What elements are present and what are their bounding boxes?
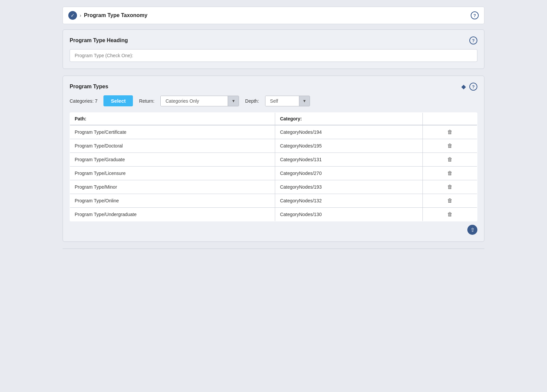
depth-dropdown-value: Self <box>265 96 299 106</box>
cell-path: Program Type/Certificate <box>70 125 275 139</box>
table-header-row: Path: Category: <box>70 113 477 125</box>
return-label: Return: <box>139 98 154 104</box>
cell-action: 🗑 <box>422 125 477 139</box>
scroll-up-button[interactable]: ⇧ <box>467 225 477 235</box>
cell-action: 🗑 <box>422 153 477 167</box>
types-panel-header: Program Types ◆ ? <box>70 83 477 91</box>
categories-count: Categories: 7 <box>70 98 97 104</box>
cell-category: CategoryNodes/270 <box>275 167 422 180</box>
page-title: Program Type Taxonomy <box>84 12 148 18</box>
cell-path: Program Type/Doctoral <box>70 139 275 153</box>
depth-label: Depth: <box>245 98 259 104</box>
table-row: Program Type/OnlineCategoryNodes/132🗑 <box>70 194 477 208</box>
col-header-actions <box>422 113 477 125</box>
cell-category: CategoryNodes/132 <box>275 194 422 208</box>
cell-category: CategoryNodes/193 <box>275 180 422 194</box>
cell-path: Program Type/Undergraduate <box>70 208 275 221</box>
depth-dropdown[interactable]: Self ▼ <box>265 96 310 106</box>
heading-panel-header: Program Type Heading ? <box>70 36 477 44</box>
top-bar: ✓ › Program Type Taxonomy ? <box>63 7 484 24</box>
cell-path: Program Type/Graduate <box>70 153 275 167</box>
depth-dropdown-arrow[interactable]: ▼ <box>299 96 310 106</box>
col-header-path: Path: <box>70 113 275 125</box>
cell-category: CategoryNodes/194 <box>275 125 422 139</box>
table-row: Program Type/MinorCategoryNodes/193🗑 <box>70 180 477 194</box>
delete-button[interactable]: 🗑 <box>445 183 455 191</box>
categories-table: Path: Category: Program Type/Certificate… <box>70 112 477 221</box>
types-panel: Program Types ◆ ? Categories: 7 Select R… <box>63 76 484 242</box>
delete-button[interactable]: 🗑 <box>445 211 455 218</box>
table-row: Program Type/UndergraduateCategoryNodes/… <box>70 208 477 221</box>
cell-category: CategoryNodes/131 <box>275 153 422 167</box>
heading-panel: Program Type Heading ? <box>63 29 484 69</box>
pin-icon[interactable]: ◆ <box>461 83 466 90</box>
collapse-icon[interactable]: ✓ <box>68 11 77 20</box>
delete-button[interactable]: 🗑 <box>445 156 455 163</box>
table-row: Program Type/GraduateCategoryNodes/131🗑 <box>70 153 477 167</box>
table-row: Program Type/DoctoralCategoryNodes/195🗑 <box>70 139 477 153</box>
cell-path: Program Type/Online <box>70 194 275 208</box>
delete-button[interactable]: 🗑 <box>445 197 455 204</box>
cell-action: 🗑 <box>422 167 477 180</box>
cell-category: CategoryNodes/130 <box>275 208 422 221</box>
cell-path: Program Type/Licensure <box>70 167 275 180</box>
panel-footer: ⇧ <box>70 225 477 235</box>
breadcrumb-area: ✓ › Program Type Taxonomy <box>68 11 147 20</box>
table-row: Program Type/CertificateCategoryNodes/19… <box>70 125 477 139</box>
controls-row: Categories: 7 Select Return: Categories … <box>70 95 477 106</box>
cell-action: 🗑 <box>422 194 477 208</box>
heading-panel-title: Program Type Heading <box>70 37 128 43</box>
delete-button[interactable]: 🗑 <box>445 142 455 150</box>
breadcrumb-separator: › <box>80 13 81 18</box>
return-dropdown[interactable]: Categories Only ▼ <box>160 96 239 106</box>
bottom-divider <box>63 249 484 249</box>
cell-path: Program Type/Minor <box>70 180 275 194</box>
types-panel-icons: ◆ ? <box>461 83 477 91</box>
top-help-icon[interactable]: ? <box>471 11 479 19</box>
cell-action: 🗑 <box>422 180 477 194</box>
table-row: Program Type/LicensureCategoryNodes/270🗑 <box>70 167 477 180</box>
return-dropdown-value: Categories Only <box>161 96 228 106</box>
delete-button[interactable]: 🗑 <box>445 170 455 177</box>
heading-help-icon[interactable]: ? <box>469 36 477 44</box>
select-button[interactable]: Select <box>103 95 133 106</box>
page-wrapper: ✓ › Program Type Taxonomy ? Program Type… <box>63 7 484 249</box>
return-dropdown-arrow[interactable]: ▼ <box>228 96 239 106</box>
cell-action: 🗑 <box>422 139 477 153</box>
cell-action: 🗑 <box>422 208 477 221</box>
cell-category: CategoryNodes/195 <box>275 139 422 153</box>
types-help-icon[interactable]: ? <box>469 83 477 91</box>
types-panel-title: Program Types <box>70 84 108 90</box>
col-header-category: Category: <box>275 113 422 125</box>
heading-text-input[interactable] <box>70 49 477 62</box>
delete-button[interactable]: 🗑 <box>445 128 455 136</box>
